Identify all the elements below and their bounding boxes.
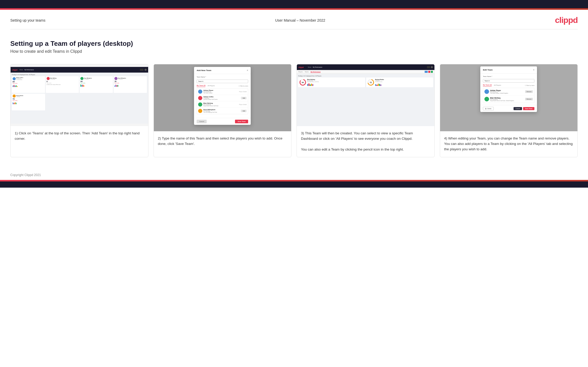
cards-row: clippd Home My Performance Finding 5 of … [10,64,578,157]
modal2-player-avatar [198,90,202,94]
copyright-text: Copyright Clippd 2021 [10,173,41,177]
modal2-player-info: Blair McHarg Plus HandicapRoyal North De… [203,102,238,107]
page-header: Setting up your teams User Manual – Nove… [0,10,588,29]
modal2-title: Add New Team [197,69,211,72]
modal2-player-avatar [198,102,202,107]
modal2-close-icon[interactable]: × [247,69,248,72]
modal4-player-list: Adrian Player Plus Handicap The Stow Lon… [483,88,534,103]
modal4-avatar [484,97,489,101]
modal4-player-item: Blair McHarg Plus Handicap Royal North D… [483,95,534,103]
card-1-text: 1) Click on 'Teams' at the top of the sc… [11,126,148,157]
modal4-player-info: Blair McHarg Plus Handicap Royal North D… [490,97,524,101]
modal2-player-club: Plus HandicapThe Stow London [203,91,238,94]
clippd-logo: clippd [555,15,578,25]
modal2-player-item: Adrian Coliba 1 HandicapCentral London G… [197,95,248,101]
modal2-tab-allplayers[interactable]: All Players [207,85,215,87]
card-3-text: 3) This Team will then be created. You c… [297,126,434,157]
card-3-screenshot: clippd Home My Performance Players [297,64,434,126]
modal2-cancel-button[interactable]: Cancel [197,120,207,123]
footer: Copyright Clippd 2021 [0,170,588,180]
modal4-delete-button[interactable]: 🗑 Delete [483,107,494,110]
modal4-player-club2: Royal North Devon Golf Club, United King… [490,100,524,101]
modal4-remove-button[interactable]: Remove [525,98,533,100]
modal4-player-info: Adrian Player Plus Handicap The Stow Lon… [490,90,524,94]
edit-team-modal: Edit Team × Team Name * My Team (2) All … [480,66,537,112]
modal2-player-club: 3.5 HandicapThe Oxo Maying Golf Club [203,110,240,113]
modal2-player-list: Adrian Player Plus HandicapThe Stow Lond… [197,88,248,114]
modal4-filter-label: ☐ Filter by name [525,85,534,86]
card-4-screenshot: Edit Team × Team Name * My Team (2) All … [440,64,578,131]
card-1-screenshot: clippd Home My Performance Finding 5 of … [11,64,148,126]
bottom-dark-bar [0,181,588,188]
modal4-tab-myteam[interactable]: My Team (2) [483,84,492,86]
modal2-team-name-input[interactable] [197,80,248,83]
modal4-player-name: Blair McHarg [490,97,524,99]
modal2-player-info: Adrian Coliba 1 HandicapCentral London G… [203,96,240,100]
modal2-player-item: Adrian Player Plus HandicapThe Stow Lond… [197,89,248,95]
modal2-player-added: Player Added [239,91,247,92]
trash-icon: 🗑 [485,108,487,109]
modal2-player-item: Dave Billingham 3.5 HandicapThe Oxo Mayi… [197,108,248,114]
modal4-player-name: Adrian Player [490,90,524,91]
modal2-player-avatar [198,96,202,100]
modal4-delete-label: Delete [487,108,491,109]
add-team-modal: Add New Team × Team Name * My Team (2) A… [194,67,251,125]
modal2-save-button[interactable]: Save Team [235,120,248,123]
card-2: Add New Team × Team Name * My Team (2) A… [154,64,292,157]
modal4-tab-allplayers[interactable]: All Players [494,84,501,86]
card-1: clippd Home My Performance Finding 5 of … [10,64,148,157]
modal2-player-avatar [198,109,202,113]
card-2-screenshot: Add New Team × Team Name * My Team (2) A… [154,64,291,131]
modal2-filter-label: ☐ Filter by name [239,85,248,87]
modal4-avatar [484,89,489,94]
modal4-player-item: Adrian Player Plus Handicap The Stow Lon… [483,88,534,95]
modal2-player-item: Blair McHarg Plus HandicapRoyal North De… [197,101,248,108]
main-content: Setting up a Team of players (desktop) H… [0,29,588,170]
modal2-tab-myteam[interactable]: My Team (2) [197,85,205,87]
modal2-add-button[interactable]: Add [241,110,247,112]
modal4-cancel-button[interactable]: Cancel [514,107,522,110]
ss1-logo: clippd [12,69,18,71]
modal4-player-club2: The Stow London, United Kingdom [490,93,524,94]
modal2-player-added: Player Added [239,104,247,105]
modal4-remove-button[interactable]: Remove [525,90,533,93]
modal2-add-button[interactable]: Add [241,97,247,99]
top-dark-bar [0,0,588,8]
page-subtitle: How to create and edit Teams in Clippd [10,49,578,54]
card-4-text: 4) When editing your Team, you can chang… [440,131,578,157]
card-2-text: 2) Type the name of this Team and then s… [154,131,291,157]
card-4: Edit Team × Team Name * My Team (2) All … [440,64,578,157]
modal2-team-name-label: Team Name * [197,76,248,78]
modal4-team-name-input[interactable] [483,79,534,83]
ss1-nav-home: Home [20,69,23,71]
section-label: Setting up your teams [10,18,45,22]
ss1-nav-teams: My Performance [24,69,34,71]
modal2-player-info: Dave Billingham 3.5 HandicapThe Oxo Mayi… [203,109,240,113]
modal2-player-club: Plus HandicapRoyal North Devon Golf Club [203,104,238,107]
page-title: Setting up a Team of players (desktop) [10,40,578,48]
card-3: clippd Home My Performance Players [297,64,435,157]
manual-label: User Manual – November 2022 [275,18,325,22]
modal4-close-icon[interactable]: × [533,68,534,71]
modal2-player-info: Adrian Player Plus HandicapThe Stow Lond… [203,90,238,94]
modal4-team-name-label: Team Name * [483,76,534,77]
modal4-title: Edit Team [483,69,493,71]
modal4-save-button[interactable]: Save Team [523,107,534,110]
modal2-player-club: 1 HandicapCentral London Golf Centre [203,98,240,100]
